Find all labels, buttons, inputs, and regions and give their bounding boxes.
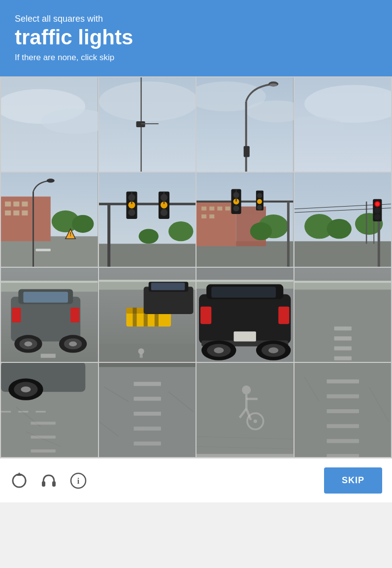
svg-rect-55 [201,207,206,211]
svg-rect-126 [200,307,211,324]
svg-rect-159 [133,412,161,416]
svg-rect-121 [196,280,294,282]
svg-rect-143 [334,356,351,360]
grid-cell-8[interactable] [1,268,99,363]
svg-rect-22 [5,202,11,207]
svg-point-134 [268,348,278,354]
svg-point-166 [242,386,251,394]
svg-rect-161 [133,442,161,446]
grid-cell-6[interactable] [196,173,294,268]
svg-point-71 [257,199,262,204]
grid-cell-5[interactable] [99,173,197,268]
header-subtitle: Select all squares with [15,14,377,24]
svg-point-102 [69,342,77,347]
svg-point-70 [257,193,262,198]
svg-point-131 [214,348,224,354]
svg-rect-109 [132,308,136,326]
svg-rect-26 [13,211,19,215]
skip-button[interactable]: SKIP [324,467,382,494]
svg-point-62 [250,222,272,240]
svg-point-116 [138,349,144,355]
svg-rect-137 [294,282,392,290]
grid-cell-12[interactable] [1,363,99,458]
svg-rect-15 [244,146,250,157]
svg-rect-56 [209,207,214,211]
info-button[interactable]: i [69,471,88,490]
svg-point-86 [375,202,379,206]
svg-rect-114 [151,283,185,290]
svg-rect-117 [139,354,142,358]
svg-point-31 [47,179,55,183]
svg-rect-95 [12,308,21,322]
svg-rect-106 [99,280,196,282]
svg-point-14 [269,84,277,87]
svg-point-5 [99,82,196,122]
header-title: traffic lights [15,26,377,49]
audio-button[interactable] [39,471,58,490]
svg-rect-91 [1,281,98,283]
svg-rect-160 [133,426,161,430]
grid-cell-13[interactable] [99,363,197,458]
grid-cell-15[interactable] [294,363,392,458]
svg-rect-158 [133,397,161,401]
svg-rect-27 [22,211,28,215]
svg-rect-32 [36,249,51,251]
svg-rect-156 [99,363,196,367]
svg-text:i: i [77,477,80,485]
svg-rect-58 [225,207,230,211]
svg-rect-154 [31,450,55,453]
svg-point-42 [128,209,135,216]
svg-rect-138 [294,281,392,283]
svg-rect-25 [5,211,11,215]
image-grid: ! [0,76,392,458]
svg-rect-57 [217,207,222,211]
svg-point-46 [160,209,167,216]
svg-rect-115 [99,344,196,362]
captcha-header: Select all squares with traffic lights I… [0,0,392,76]
svg-rect-180 [327,424,359,428]
grid-cell-10[interactable] [196,268,294,363]
grid-cell-0[interactable] [1,77,99,173]
grid-cell-11[interactable] [294,268,392,363]
footer-icons-group: i [10,471,88,490]
svg-rect-187 [52,481,56,487]
grid-cell-3[interactable] [294,77,392,173]
svg-rect-153 [31,436,55,439]
svg-rect-178 [327,394,359,398]
refresh-button[interactable] [10,471,29,490]
svg-text:!: ! [69,232,71,237]
svg-point-99 [24,342,32,347]
grid-cell-7[interactable] [294,173,392,268]
grid-cell-14[interactable] [196,363,294,458]
svg-point-29 [72,215,94,233]
svg-point-77 [327,219,351,239]
svg-point-87 [374,208,380,213]
svg-rect-181 [327,439,359,443]
svg-rect-175 [196,454,294,457]
svg-rect-179 [327,409,359,413]
svg-rect-186 [42,481,45,487]
svg-rect-125 [211,287,276,298]
captcha-widget: Select all squares with traffic lights I… [0,0,392,502]
svg-rect-152 [31,422,55,425]
svg-rect-139 [294,290,392,362]
grid-cell-4[interactable]: ! [1,173,99,268]
svg-rect-96 [70,308,79,322]
svg-rect-182 [327,454,359,457]
svg-point-68 [233,206,239,212]
grid-cell-9[interactable] [99,268,197,363]
svg-rect-142 [334,347,351,351]
svg-rect-94 [23,292,68,303]
svg-point-50 [138,229,158,244]
header-instruction: If there are none, click skip [15,53,377,63]
svg-point-72 [257,205,262,210]
svg-rect-60 [209,214,214,218]
captcha-footer: i SKIP [0,458,392,502]
svg-rect-23 [13,202,19,207]
grid-cell-1[interactable] [99,77,197,173]
svg-point-88 [374,214,380,220]
grid-cell-2[interactable] [196,77,294,173]
svg-rect-177 [327,380,359,384]
svg-rect-140 [334,326,351,330]
svg-rect-59 [201,214,206,218]
